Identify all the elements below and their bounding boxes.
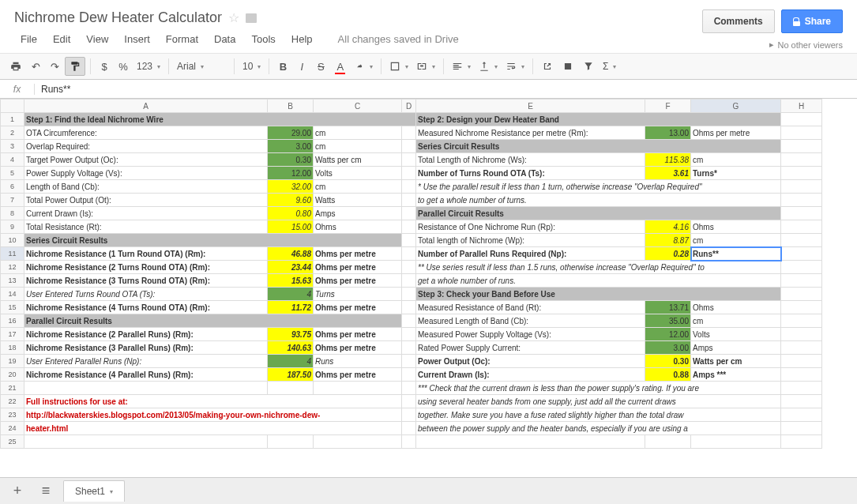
cell[interactable] (781, 274, 822, 288)
cell[interactable]: 15.63 (268, 274, 314, 288)
cell[interactable]: using several heater bands from one supp… (416, 395, 781, 408)
cell[interactable]: 13.00 (645, 126, 691, 140)
cell[interactable]: Step 1: Find the Ideal Nichrome Wire (24, 113, 416, 126)
comments-button[interactable]: Comments (702, 9, 775, 33)
row-head[interactable]: 15 (1, 301, 24, 314)
cell[interactable]: Current Drawn (Is): (416, 368, 645, 382)
cell[interactable]: cm (691, 153, 781, 167)
cell[interactable]: User Entered Turns Round OTA (Ts): (24, 288, 268, 301)
cell[interactable]: Power Output (Oc): (416, 355, 645, 368)
cell[interactable]: 187.50 (268, 368, 314, 382)
cell[interactable]: Nichrome Resistance (2 Turns Round OTA) … (24, 261, 268, 274)
cell[interactable] (402, 341, 416, 355)
cell[interactable]: * Use the parallel result if less than 1… (416, 180, 781, 194)
doc-title[interactable]: Nichrome Dew Heater Calculator (14, 9, 222, 26)
cell[interactable] (402, 288, 416, 301)
cell[interactable]: Measured Power Supply Voltage (Vs): (416, 328, 645, 341)
cell[interactable] (402, 180, 416, 194)
cell[interactable]: Total Length of Nichrome (Ws): (416, 153, 645, 167)
cell[interactable]: Number of Parallel Runs Required (Np): (416, 247, 645, 261)
borders-button[interactable] (386, 59, 412, 73)
cell[interactable]: Nichrome Resistance (4 Turns Round OTA) … (24, 301, 268, 314)
cell[interactable]: Parallel Circuit Results (416, 207, 781, 220)
cell[interactable] (402, 395, 416, 408)
menu-help[interactable]: Help (285, 31, 319, 47)
col-header-G[interactable]: G (691, 100, 781, 113)
cell[interactable]: 4 (268, 355, 314, 368)
row-head[interactable]: 8 (1, 207, 24, 220)
cell[interactable]: Series Circuit Results (24, 234, 402, 247)
share-button[interactable]: Share (781, 9, 843, 33)
row-head[interactable]: 18 (1, 341, 24, 355)
font-size-select[interactable]: 10 (239, 59, 264, 73)
cell[interactable]: Current Drawn (Is): (24, 207, 268, 220)
cell[interactable]: 4.16 (645, 220, 691, 234)
cell[interactable]: 140.63 (268, 341, 314, 355)
row-head[interactable]: 1 (1, 113, 24, 126)
cell[interactable] (416, 435, 645, 449)
cell[interactable]: 13.71 (645, 301, 691, 314)
cell[interactable] (781, 408, 822, 422)
filter-icon[interactable] (579, 58, 598, 75)
cell[interactable]: Resistance of One Nichrome Run (Rp): (416, 220, 645, 234)
cell[interactable]: Runs (314, 355, 402, 368)
cell[interactable] (781, 126, 822, 140)
cell[interactable]: Ohms per metre (314, 301, 402, 314)
cell[interactable]: Ohms per metre (314, 247, 402, 261)
cell[interactable]: 0.80 (268, 207, 314, 220)
row-head[interactable]: 20 (1, 368, 24, 382)
row-head[interactable]: 21 (1, 382, 24, 395)
cell[interactable] (268, 382, 314, 395)
cell[interactable]: Measured Length of Band (Cb): (416, 314, 645, 328)
row-head[interactable]: 22 (1, 395, 24, 408)
cell[interactable] (781, 220, 822, 234)
cell[interactable]: Turns (314, 288, 402, 301)
text-color-button[interactable]: A (331, 58, 349, 76)
cell[interactable] (402, 422, 416, 435)
cell[interactable] (781, 368, 822, 382)
col-header-A[interactable]: A (24, 100, 268, 113)
cell[interactable] (402, 234, 416, 247)
cell[interactable] (781, 207, 822, 220)
menu-format[interactable]: Format (160, 31, 205, 47)
cell[interactable] (781, 382, 822, 395)
row-head[interactable]: 11 (1, 247, 24, 261)
cell[interactable] (402, 261, 416, 274)
cell[interactable]: Nichrome Resistance (3 Turns Round OTA) … (24, 274, 268, 288)
cell[interactable]: Measured Resistance of Band (Rt): (416, 301, 645, 314)
menu-insert[interactable]: Insert (118, 31, 156, 47)
cell[interactable] (402, 153, 416, 167)
col-header-C[interactable]: C (314, 100, 402, 113)
cell[interactable] (402, 301, 416, 314)
cell[interactable]: Measured Nichrome Resistance per metre (… (416, 126, 645, 140)
cell[interactable]: Total Resistance (Rt): (24, 220, 268, 234)
cell[interactable] (402, 355, 416, 368)
row-head[interactable]: 12 (1, 261, 24, 274)
number-format-select[interactable]: 123 (133, 59, 164, 73)
cell[interactable] (781, 234, 822, 247)
cell[interactable]: 12.00 (268, 167, 314, 180)
font-select[interactable]: Arial (174, 59, 229, 73)
bold-button[interactable]: B (274, 58, 291, 76)
folder-icon[interactable] (246, 13, 257, 23)
cell[interactable] (781, 113, 822, 126)
cell[interactable]: Nichrome Resistance (2 Parallel Runs) (R… (24, 328, 268, 341)
cell[interactable] (781, 395, 822, 408)
cell[interactable]: Ohms per metre (691, 126, 781, 140)
cell[interactable] (314, 382, 402, 395)
cell[interactable]: ** Use series result if less than 1.5 ru… (416, 261, 781, 274)
cell[interactable] (402, 435, 416, 449)
menu-file[interactable]: File (14, 31, 43, 47)
cell[interactable] (781, 435, 822, 449)
cell[interactable]: heater.html (24, 422, 402, 435)
cell[interactable]: 12.00 (645, 328, 691, 341)
cell[interactable] (781, 288, 822, 301)
row-head[interactable]: 16 (1, 314, 24, 328)
cell[interactable] (781, 314, 822, 328)
cell[interactable]: 3.61 (645, 167, 691, 180)
cell[interactable] (402, 274, 416, 288)
cell[interactable] (402, 328, 416, 341)
italic-button[interactable]: I (293, 58, 310, 76)
row-head[interactable]: 2 (1, 126, 24, 140)
cell[interactable] (781, 247, 822, 261)
